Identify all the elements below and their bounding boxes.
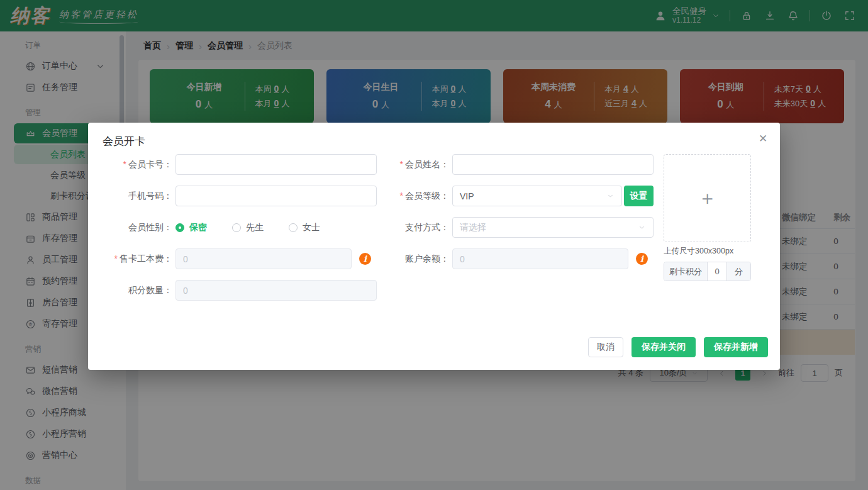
chevron-down-icon <box>606 192 615 200</box>
member-level-select[interactable]: VIP <box>452 186 622 206</box>
swipe-points-unit: 分 <box>726 262 750 281</box>
swipe-points-input[interactable] <box>708 262 726 281</box>
member-level-label: *会员等级： <box>365 186 449 206</box>
card-no-label: *会员卡号： <box>88 154 172 175</box>
gender-radio-male[interactable]: 先生 <box>232 222 264 233</box>
radio-dot <box>232 223 241 232</box>
card-fee-input[interactable] <box>175 248 352 269</box>
plus-icon: ＋ <box>698 186 717 211</box>
gender-radio-group: 保密 先生 女士 <box>175 222 320 233</box>
dialog-title: 会员开卡 <box>103 134 145 148</box>
dialog-footer: 取消 保存并关闭 保存并新增 <box>588 337 768 357</box>
gender-label: 会员性别： <box>88 217 172 238</box>
info-icon[interactable]: i <box>636 253 648 265</box>
swipe-points-label: 刷卡积分 <box>664 262 708 281</box>
member-card-dialog: 会员开卡 ✕ *会员卡号： *会员姓名： 手机号码： *会员等级： VIP 设置… <box>88 123 780 370</box>
balance-label: 账户余额： <box>365 248 449 269</box>
close-icon[interactable]: ✕ <box>756 131 770 145</box>
cancel-button[interactable]: 取消 <box>588 337 623 357</box>
payment-label: 支付方式： <box>365 217 449 238</box>
chevron-down-icon <box>638 223 646 231</box>
radio-dot <box>175 223 184 232</box>
points-label: 积分数量： <box>88 280 172 301</box>
phone-label: 手机号码： <box>88 186 172 206</box>
upload-size-hint: 上传尺寸300x300px <box>664 246 733 257</box>
member-name-label: *会员姓名： <box>365 154 449 175</box>
card-fee-label: *售卡工本费： <box>88 248 172 269</box>
avatar-upload-box[interactable]: ＋ <box>664 154 751 242</box>
save-and-close-button[interactable]: 保存并关闭 <box>632 337 696 357</box>
payment-select[interactable]: 请选择 <box>452 217 654 238</box>
balance-input[interactable] <box>452 248 628 269</box>
save-and-new-button[interactable]: 保存并新增 <box>704 337 768 357</box>
gender-radio-female[interactable]: 女士 <box>289 222 320 233</box>
card-no-input[interactable] <box>175 154 377 175</box>
gender-radio-secret[interactable]: 保密 <box>175 222 207 233</box>
member-name-input[interactable] <box>452 154 654 175</box>
swipe-points-group: 刷卡积分 分 <box>664 262 751 281</box>
phone-input[interactable] <box>175 186 377 206</box>
points-input[interactable] <box>175 280 377 301</box>
radio-dot <box>289 223 298 232</box>
level-settings-button[interactable]: 设置 <box>624 186 654 206</box>
